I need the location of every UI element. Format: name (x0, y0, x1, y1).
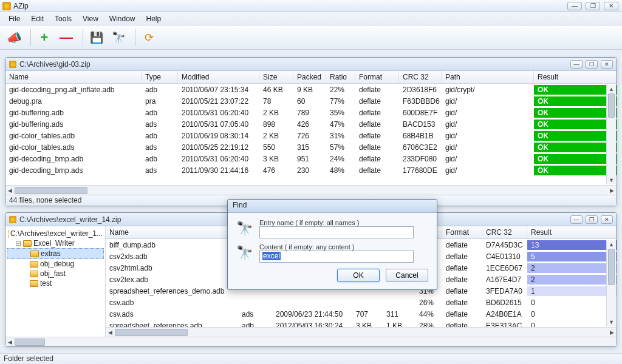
archive-1-path: C:\Archives\gid-03.zip (19, 60, 91, 69)
col-packed[interactable]: Packed (293, 71, 326, 83)
archive-1-hscroll[interactable]: ◀ ▶ (5, 185, 617, 195)
table-row[interactable]: gid-color_tables.adbadb2010/06/19 08:30:… (5, 130, 617, 141)
table-row[interactable]: gid-buffering.adbadb2010/05/31 06:20:402… (5, 107, 617, 118)
col-result[interactable]: Result (527, 226, 617, 238)
col-type[interactable]: Type (142, 71, 178, 83)
menu-view[interactable]: View (78, 13, 103, 24)
entry-name-label: Entry name ( if empty: all names ) (259, 219, 428, 226)
refresh-button[interactable]: ⟳ (138, 29, 159, 47)
tree-root[interactable]: C:\Archives\excel_writer_1... (7, 229, 104, 238)
menu-tools[interactable]: Tools (50, 13, 77, 24)
table-row[interactable]: csv.adb26%deflateBD6D26150 (106, 297, 617, 308)
tree-hscroll[interactable]: ◀ (5, 337, 617, 346)
menu-window[interactable]: Window (104, 13, 140, 24)
tree-item[interactable]: obj_debug (7, 259, 104, 269)
app-title: AZip (13, 2, 29, 10)
app-statusbar: Folder selected (0, 353, 622, 364)
menu-help[interactable]: Help (142, 13, 166, 24)
entry-name-input[interactable] (259, 226, 414, 238)
col-name[interactable]: Name (106, 226, 238, 238)
remove-button[interactable]: — (56, 29, 77, 47)
add-button[interactable]: + (34, 29, 55, 47)
minimize-button[interactable]: — (567, 2, 582, 10)
archive-2-vscroll[interactable]: ▲ ▼ (606, 240, 616, 326)
archive-2-hscroll[interactable]: ◀ ▶ (106, 327, 617, 337)
table-row[interactable]: spreadsheet_references.adbadb2012/05/03 … (106, 320, 617, 327)
tree-item-selected[interactable]: extras (7, 248, 104, 259)
maximize-button[interactable]: ❐ (586, 2, 600, 10)
archive-icon (9, 61, 16, 68)
col-format[interactable]: Format (355, 71, 399, 83)
archive-window-1: C:\Archives\gid-03.zip — ❐ ✕ Name Type M… (5, 57, 617, 206)
menubar: File Edit Tools View Window Help (0, 12, 622, 25)
tree-item[interactable]: test (7, 278, 104, 288)
col-name[interactable]: Name (5, 71, 142, 83)
col-size[interactable]: Size (259, 71, 293, 83)
find-dialog-title[interactable]: Find (228, 200, 437, 213)
binoculars-icon: 🔭 (236, 221, 252, 237)
ok-button[interactable]: OK (337, 269, 380, 282)
toolbar: 📣 + — 💾 🔭 ⟳ (0, 25, 622, 50)
app-icon (2, 2, 11, 10)
find-dialog: Find 🔭 Entry name ( if empty: all names … (227, 199, 437, 290)
col-crc[interactable]: CRC 32 (482, 226, 527, 238)
col-crc[interactable]: CRC 32 (399, 71, 442, 83)
archive-1-body[interactable]: gid-decoding_png.alt_inflate.adbadb2010/… (5, 84, 617, 185)
menu-edit[interactable]: Edit (26, 13, 49, 24)
archive-2-maximize[interactable]: ❐ (586, 215, 598, 224)
table-row[interactable]: gid-decoding_bmp.adsads2011/09/30 21:44:… (5, 164, 617, 176)
folder-icon (30, 261, 38, 268)
tree-item[interactable]: ⊟Excel_Writer (7, 238, 104, 248)
folder-icon (30, 251, 39, 257)
find-button[interactable]: 🔭 (108, 29, 129, 47)
cancel-button[interactable]: Cancel (386, 269, 428, 282)
col-modified[interactable]: Modified (178, 71, 259, 83)
folder-icon (23, 240, 32, 247)
table-row[interactable]: gid-decoding_bmp.adbadb2010/05/31 06:20:… (5, 153, 617, 164)
menu-file[interactable]: File (4, 13, 25, 24)
folder-icon (30, 280, 38, 287)
test-button[interactable]: 💾 (86, 29, 107, 47)
app-titlebar: AZip — ❐ ✕ (0, 0, 622, 12)
archive-icon (9, 216, 16, 223)
folder-icon (30, 271, 38, 277)
archive-1-minimize[interactable]: — (570, 60, 583, 69)
archive-1-maximize[interactable]: ❐ (586, 60, 598, 69)
archive-1-vscroll[interactable]: ▲ ▼ (606, 85, 616, 184)
zip-icon (8, 230, 9, 238)
archive-1-close[interactable]: ✕ (601, 60, 613, 69)
tree-item[interactable]: obj_fast (7, 269, 104, 278)
table-row[interactable]: gid-buffering.adsads2010/05/31 07:05:408… (5, 118, 617, 130)
col-result[interactable]: Result (534, 71, 617, 83)
table-row[interactable]: gid-decoding_png.alt_inflate.adbadb2010/… (5, 84, 617, 95)
table-row[interactable]: csv.adsads2009/06/23 21:44:5070731144%de… (106, 308, 617, 320)
content-input[interactable]: excel (259, 251, 414, 263)
col-path[interactable]: Path (442, 71, 534, 83)
archive-1-titlebar[interactable]: C:\Archives\gid-03.zip — ❐ ✕ (5, 58, 617, 71)
table-row[interactable]: gid-color_tables.adsads2010/05/25 22:19:… (5, 141, 617, 153)
table-row[interactable]: debug.prapra2010/05/21 23:07:22786077%de… (5, 95, 617, 107)
archive-2-minimize[interactable]: — (570, 215, 583, 224)
content-label: Content ( if empty: any content ) (259, 243, 428, 251)
archive-2-close[interactable]: ✕ (601, 215, 613, 224)
extract-button[interactable]: 📣 (4, 29, 24, 47)
archive-1-header: Name Type Modified Size Packed Ratio For… (5, 71, 617, 84)
close-button[interactable]: ✕ (604, 2, 618, 10)
col-format[interactable]: Format (442, 226, 482, 238)
folder-tree[interactable]: C:\Archives\excel_writer_1... ⊟Excel_Wri… (5, 226, 106, 337)
col-ratio[interactable]: Ratio (326, 71, 355, 83)
archive-2-path: C:\Archives\excel_writer_14.zip (19, 215, 121, 224)
binoculars-icon: 🔭 (236, 245, 252, 261)
